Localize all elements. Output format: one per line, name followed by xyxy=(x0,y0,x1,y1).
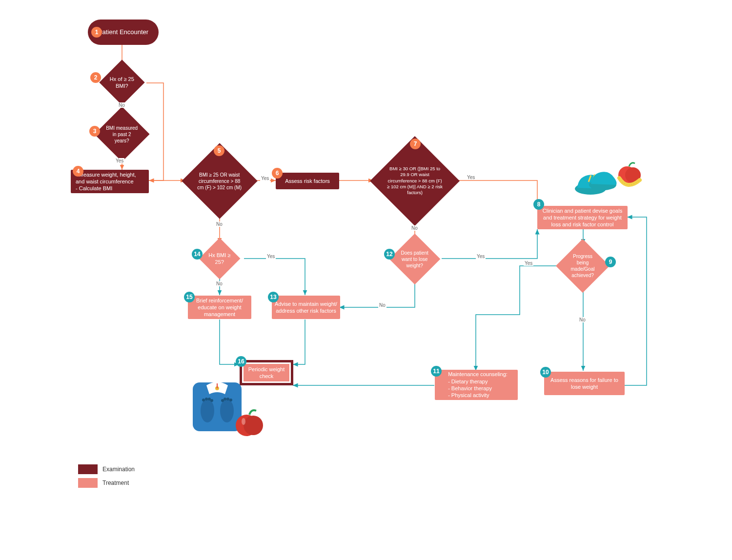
node-10-assess-failure: Assess reasons for failure to lose weigh… xyxy=(544,372,625,395)
node-12-badge: 12 xyxy=(384,249,395,260)
edge-7-12-no: No xyxy=(410,225,419,231)
node-2-badge: 2 xyxy=(90,72,101,83)
legend-row-examination: Examination xyxy=(78,464,135,474)
node-10-badge: 10 xyxy=(540,367,551,378)
edge-12-8-yes: Yes xyxy=(476,254,486,259)
svg-point-14 xyxy=(210,399,213,402)
svg-point-18 xyxy=(229,399,232,401)
node-14-label: Hx BMI ≥ 25? xyxy=(208,252,231,266)
edge-5-6-yes: Yes xyxy=(260,176,270,181)
node-13-advise-maintain: Advise to maintain weight/ address other… xyxy=(272,296,340,319)
node-12-label: Does patient want to lose weight? xyxy=(400,250,430,269)
node-1-badge: 1 xyxy=(91,27,102,38)
svg-point-10 xyxy=(220,399,234,422)
node-7-label: BMI ≥ 30 OR ([BMI 25 to 29.9 OR waist ci… xyxy=(386,166,444,196)
node-3-label: BMI measured in past 2 years? xyxy=(105,125,139,144)
edge-5-14-no: No xyxy=(215,221,224,227)
legend: Examination Treatment xyxy=(78,460,135,488)
edge-2-3-no: No xyxy=(118,102,126,108)
shoes-apple-tape-icon xyxy=(569,154,642,202)
node-16-badge: 16 xyxy=(236,356,246,367)
node-8-clinician-goals: Clinician and patient devise goals and t… xyxy=(537,206,628,229)
edge-14-15-no: No xyxy=(215,281,224,286)
svg-point-21 xyxy=(242,418,245,425)
flowchart-canvas: 1 Patient Encounter 2 Hx of ≥ 25 BMI? 3 … xyxy=(61,15,671,493)
legend-label-examination: Examination xyxy=(102,466,135,473)
svg-point-16 xyxy=(224,398,226,400)
node-8-badge: 8 xyxy=(533,199,544,210)
node-15-badge: 15 xyxy=(184,292,195,302)
node-6-badge: 6 xyxy=(272,168,283,179)
svg-point-15 xyxy=(221,399,224,402)
edge-3-4-yes: Yes xyxy=(115,158,124,163)
svg-point-11 xyxy=(202,399,205,401)
legend-label-treatment: Treatment xyxy=(102,480,129,486)
edge-7-8-yes: Yes xyxy=(466,175,476,180)
node-2-label: Hx of ≥ 25 BMI? xyxy=(109,76,135,90)
svg-point-20 xyxy=(244,416,263,435)
node-2-hx-bmi-25: Hx of ≥ 25 BMI? xyxy=(99,60,144,105)
edge-9-10-no: No xyxy=(578,317,587,322)
node-6-assess-risk: Assess risk factors xyxy=(276,173,339,189)
node-3-bmi-measured-2yr: BMI measured in past 2 years? xyxy=(94,106,149,161)
node-7-badge: 7 xyxy=(410,139,421,149)
node-4-badge: 4 xyxy=(73,166,83,177)
legend-swatch-treatment xyxy=(78,478,98,488)
edge-9-11-yes: Yes xyxy=(524,260,533,266)
node-5-label: BMI ≥ 25 OR waist circumference > 88 cm … xyxy=(196,172,244,191)
node-15-brief-reinforcement: Brief reinforcement/ educate on weight m… xyxy=(188,296,251,319)
node-12-want-lose-weight: Does patient want to lose weight? xyxy=(389,234,441,285)
node-7-bmi-risk-criteria: BMI ≥ 30 OR ([BMI 25 to 29.9 OR waist ci… xyxy=(370,136,460,226)
node-11-badge: 11 xyxy=(431,366,442,377)
scale-apple-icon xyxy=(189,376,267,439)
node-9-label: Progress being made/Goal achieved? xyxy=(567,253,599,279)
node-13-badge: 13 xyxy=(268,292,279,302)
edge-14-13-yes: Yes xyxy=(266,254,276,259)
edge-12-13-no: No xyxy=(378,302,386,308)
legend-swatch-examination xyxy=(78,464,98,474)
node-5-badge: 5 xyxy=(214,145,224,156)
node-14-badge: 14 xyxy=(192,249,203,260)
node-3-badge: 3 xyxy=(89,126,100,137)
node-9-badge: 9 xyxy=(605,257,616,267)
svg-point-9 xyxy=(201,399,214,422)
svg-point-12 xyxy=(205,398,208,400)
node-9-progress-goal: Progress being made/Goal achieved? xyxy=(556,239,610,293)
legend-row-treatment: Treatment xyxy=(78,478,135,488)
svg-point-17 xyxy=(226,398,229,400)
node-14-hx-bmi-25: Hx BMI ≥ 25? xyxy=(199,238,241,280)
node-11-maintenance-counseling: Maintenance counseling: - Dietary therap… xyxy=(435,370,518,400)
svg-point-13 xyxy=(208,398,211,400)
